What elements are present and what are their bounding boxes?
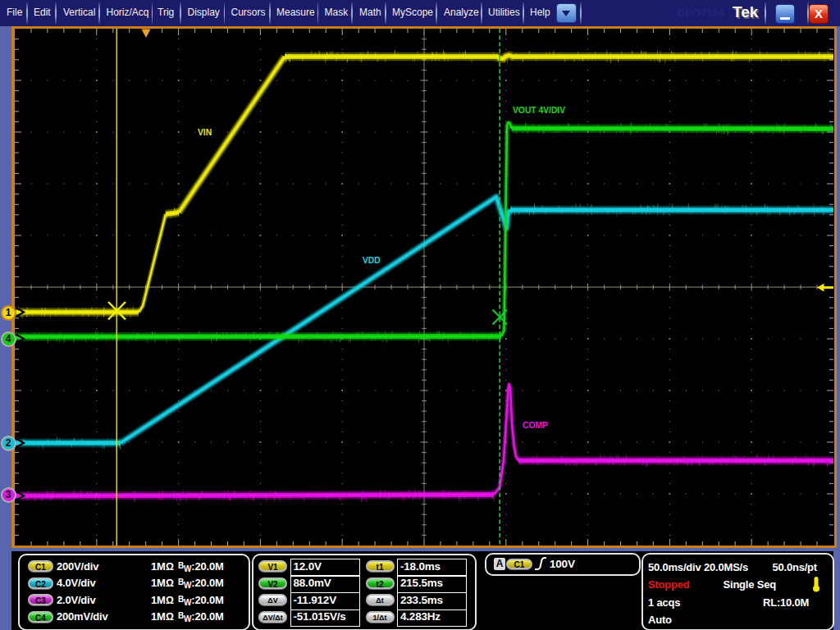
svg-text:VOUT 4V/DIV: VOUT 4V/DIV xyxy=(513,106,565,115)
svg-text:VDD: VDD xyxy=(363,256,381,265)
svg-text:COMP: COMP xyxy=(523,421,548,430)
svg-text:VIN: VIN xyxy=(198,128,212,137)
